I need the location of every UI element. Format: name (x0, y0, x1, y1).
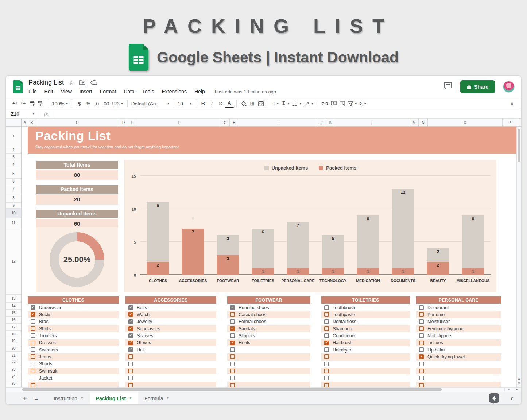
insert-link-icon[interactable] (321, 99, 329, 108)
checkbox[interactable] (230, 383, 235, 387)
column-header-P[interactable]: P (503, 119, 517, 126)
font-size-select[interactable]: 10▼ (177, 99, 193, 108)
menu-extensions[interactable]: Extensions (162, 89, 186, 94)
checkbox[interactable] (31, 383, 35, 387)
checkbox-underwear[interactable] (31, 305, 35, 310)
column-header-D[interactable]: D (119, 119, 128, 126)
scroll-up-icon[interactable]: ▲ (517, 376, 521, 381)
zoom-select[interactable]: 100%▼ (51, 99, 69, 108)
row-header-13[interactable]: 13 (6, 295, 21, 303)
row-header-18[interactable]: 18 (6, 331, 21, 338)
row-header-25[interactable]: 25 (6, 380, 21, 387)
row-header-4[interactable]: 4 (6, 160, 21, 169)
tab-menu-icon[interactable]: ▼ (129, 397, 132, 400)
checkbox-toothbrush[interactable] (324, 305, 329, 310)
menu-file[interactable]: File (28, 89, 37, 94)
checkbox[interactable] (324, 354, 329, 359)
menu-insert[interactable]: Insert (80, 89, 92, 94)
menu-tools[interactable]: Tools (142, 89, 154, 94)
vertical-scrollbar-thumb[interactable] (518, 129, 520, 162)
checkbox-nail-clippers[interactable] (419, 333, 424, 338)
functions-icon[interactable]: Σ▼ (359, 99, 368, 108)
checkbox-watch[interactable] (128, 312, 133, 317)
row-header-3[interactable]: 3 (6, 154, 21, 160)
row-header-11[interactable]: 11 (6, 218, 21, 228)
document-title[interactable]: Packing List (28, 79, 64, 86)
row-header-23[interactable]: 23 (6, 366, 21, 373)
checkbox[interactable] (324, 362, 329, 366)
text-color-button[interactable]: A (225, 99, 234, 108)
menu-edit[interactable]: Edit (44, 89, 53, 94)
comment-history-icon[interactable] (443, 82, 452, 92)
checkbox-shorts[interactable] (31, 362, 35, 366)
sheet-tab-formula[interactable]: Formula▼ (138, 392, 175, 405)
format-percent-button[interactable]: % (84, 99, 92, 108)
insert-chart-icon[interactable] (338, 99, 347, 108)
donut-chart[interactable]: 25.00% (36, 227, 118, 292)
column-header-M[interactable]: M (410, 119, 419, 126)
sheet-canvas[interactable]: Packing List Stay organized when you tra… (22, 127, 516, 387)
vertical-align-icon[interactable]: ↧▼ (280, 99, 291, 108)
row-header-16[interactable]: 16 (6, 317, 21, 324)
row-header-5[interactable]: 5 (6, 169, 21, 179)
collapse-toolbar-icon[interactable]: ∧ (510, 101, 517, 106)
checkbox[interactable] (230, 376, 235, 380)
checkbox[interactable] (324, 376, 329, 380)
checkbox[interactable] (128, 362, 133, 366)
checkbox-formal-shoes[interactable] (230, 319, 235, 324)
horizontal-scrollbar-thumb[interactable] (22, 388, 442, 391)
checkbox[interactable] (128, 376, 133, 380)
checkbox-sunglasses[interactable] (128, 326, 133, 331)
checkbox-tissues[interactable] (419, 341, 424, 345)
increase-decimal-button[interactable]: .00 (101, 99, 110, 108)
column-header-K[interactable]: K (326, 119, 335, 126)
row-header-22[interactable]: 22 (6, 359, 21, 366)
redo-icon[interactable]: ↷ (19, 99, 28, 108)
decrease-decimal-button[interactable]: .0 (92, 99, 101, 108)
checkbox-running-shoes[interactable] (230, 305, 235, 310)
column-header-L[interactable]: L (335, 119, 410, 126)
checkbox-socks[interactable] (31, 312, 35, 317)
checkbox-shampoo[interactable] (324, 326, 329, 331)
checkbox-quick-drying-towel[interactable] (419, 354, 424, 359)
name-box[interactable]: Z10▼ (6, 111, 38, 117)
select-all-corner[interactable] (6, 119, 22, 126)
checkbox-hairdryer[interactable] (324, 347, 329, 352)
column-header-N[interactable]: N (419, 119, 428, 126)
text-wrap-icon[interactable]: ▼ (291, 99, 303, 108)
scroll-left-icon[interactable]: ◂ (508, 388, 509, 391)
tab-menu-icon[interactable]: ▼ (81, 397, 84, 400)
column-header-I[interactable]: I (239, 119, 317, 126)
sheets-logo-icon[interactable] (13, 80, 23, 93)
checkbox-scarves[interactable] (128, 333, 133, 338)
sheet-tab-packing-list[interactable]: Packing List▼ (90, 392, 138, 405)
menu-format[interactable]: Format (100, 89, 116, 94)
undo-icon[interactable]: ↶ (10, 99, 19, 108)
paint-format-icon[interactable] (36, 99, 45, 108)
cloud-saved-icon[interactable] (90, 80, 97, 85)
checkbox-bras[interactable] (31, 319, 35, 324)
filter-icon[interactable]: ▼ (347, 99, 359, 108)
column-header-A[interactable]: A (22, 119, 28, 126)
checkbox-swimsuit[interactable] (31, 369, 35, 373)
column-header-H[interactable]: H (230, 119, 239, 126)
row-header-8[interactable]: 8 (6, 193, 21, 203)
checkbox-heels[interactable] (230, 341, 235, 345)
checkbox-shirts[interactable] (31, 326, 35, 331)
all-sheets-icon[interactable]: ≡ (34, 395, 38, 402)
insert-comment-icon[interactable] (329, 99, 338, 108)
checkbox-trousers[interactable] (31, 333, 35, 338)
format-currency-button[interactable]: $ (75, 99, 84, 108)
checkbox[interactable] (128, 354, 133, 359)
checkbox[interactable] (419, 376, 424, 380)
share-button[interactable]: Share (460, 80, 495, 93)
checkbox-moisturiser[interactable] (419, 319, 424, 324)
checkbox[interactable] (230, 354, 235, 359)
checkbox[interactable] (419, 369, 424, 373)
checkbox-perfume[interactable] (419, 312, 424, 317)
fill-color-icon[interactable] (239, 99, 248, 108)
menu-help[interactable]: Help (194, 89, 205, 94)
checkbox[interactable] (324, 383, 329, 387)
column-header-E[interactable]: E (128, 119, 137, 126)
checkbox-sandals[interactable] (230, 326, 235, 331)
